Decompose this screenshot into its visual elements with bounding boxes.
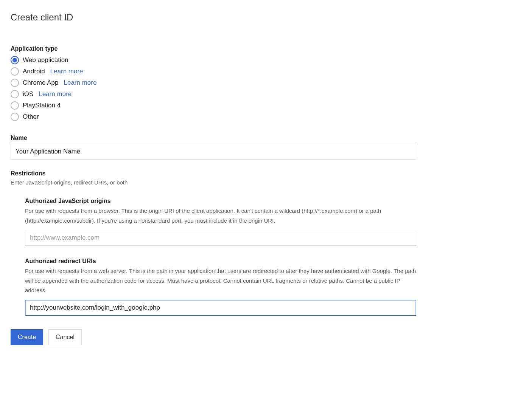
radio-label: Chrome App [23,79,59,87]
redirect-uris-desc: For use with requests from a web server.… [25,266,416,295]
restrictions-label: Restrictions [11,170,521,177]
learn-more-link[interactable]: Learn more [39,90,72,98]
radio-icon[interactable] [11,79,19,87]
js-origins-input[interactable] [25,230,416,246]
restrictions-section: Restrictions Enter JavaScript origins, r… [11,170,521,316]
js-origins-title: Authorized JavaScript origins [25,198,416,205]
application-type-group: Application type Web application Android… [11,45,521,122]
radio-label: Android [23,68,45,75]
application-type-label: Application type [11,45,521,52]
radio-icon[interactable] [11,90,19,98]
cancel-button[interactable]: Cancel [48,329,82,345]
learn-more-link[interactable]: Learn more [50,68,83,75]
radio-label: iOS [23,90,33,98]
name-section: Name [11,135,521,160]
radio-label: Other [23,113,39,121]
js-origins-desc: For use with requests from a browser. Th… [25,206,416,225]
radio-icon[interactable] [11,113,19,121]
create-button[interactable]: Create [11,329,43,345]
redirect-uris-block: Authorized redirect URIs For use with re… [25,258,416,316]
radio-icon[interactable] [11,67,19,76]
radio-label: Web application [23,56,68,64]
radio-row-web-application[interactable]: Web application [11,54,521,66]
radio-row-chrome-app[interactable]: Chrome App Learn more [11,77,521,88]
redirect-uris-title: Authorized redirect URIs [25,258,416,265]
button-row: Create Cancel [11,329,521,345]
radio-row-android[interactable]: Android Learn more [11,66,521,77]
radio-icon[interactable] [11,101,19,110]
page-title: Create client ID [11,12,521,23]
name-input[interactable] [11,144,416,160]
radio-icon[interactable] [11,56,19,64]
radio-row-playstation-4[interactable]: PlayStation 4 [11,100,521,111]
redirect-uris-input[interactable] [25,300,416,316]
radio-row-other[interactable]: Other [11,111,521,122]
restrictions-hint: Enter JavaScript origins, redirect URIs,… [11,179,521,186]
learn-more-link[interactable]: Learn more [64,79,97,87]
radio-label: PlayStation 4 [23,102,61,109]
radio-row-ios[interactable]: iOS Learn more [11,88,521,100]
js-origins-block: Authorized JavaScript origins For use wi… [25,198,416,246]
name-label: Name [11,135,521,141]
